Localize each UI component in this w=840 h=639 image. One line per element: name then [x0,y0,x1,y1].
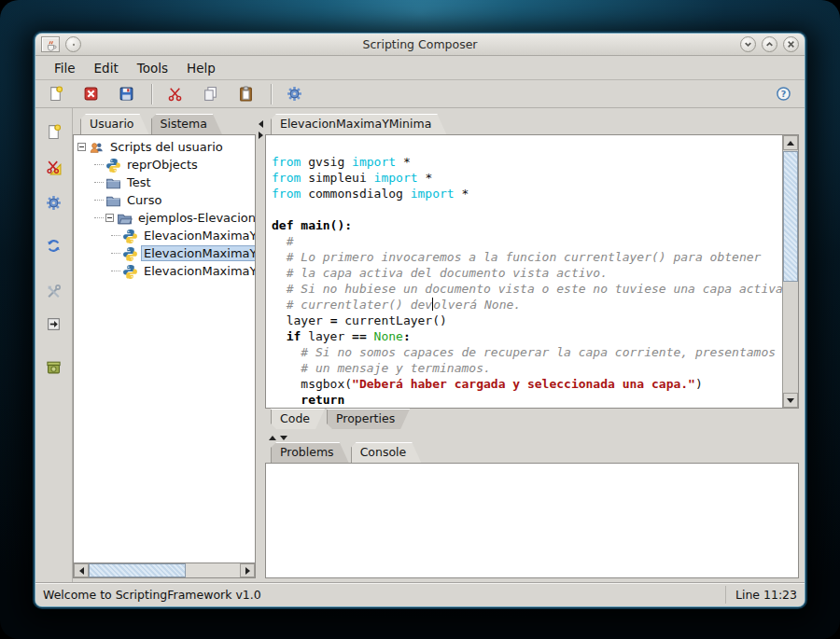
collapse-down-button[interactable] [280,436,287,440]
toolbar-close-document-button[interactable] [78,82,103,105]
tree-item[interactable]: Curso [77,191,255,209]
code-line: layer = currentLayer() [272,313,782,328]
horizontal-splitter[interactable] [265,433,799,442]
toolbar-new-file-button[interactable] [43,82,67,105]
bottom-tab-console[interactable]: Console [351,442,422,463]
console-output[interactable] [265,463,799,578]
help-icon: ? [776,86,791,102]
toolbar-help-button[interactable]: ? [771,82,795,105]
roll-up-button[interactable] [762,36,777,52]
code-line: from commonsdialog import * [272,186,782,201]
python-icon [122,264,138,279]
side-gear-button[interactable] [41,190,66,215]
menu-help[interactable]: Help [177,58,225,78]
toolbar: ? [35,80,805,108]
side-storage-bin-button[interactable] [41,354,66,379]
explorer-tab-usuario[interactable]: Usuario [80,114,149,134]
tree-item[interactable]: reprObjects [77,156,255,174]
toolbar-save-button[interactable] [114,82,138,105]
close-button[interactable] [783,36,799,52]
folder-icon [105,175,121,190]
tree-connector [94,217,104,218]
code-line: # [272,233,782,249]
cut-yellow-icon [46,160,62,175]
side-run-export-button[interactable] [41,312,66,336]
tree-connector [94,182,104,183]
tree-item-label[interactable]: ElevacionMaximaY [142,264,256,278]
toolbar-separator [271,84,273,104]
window-title: Scripting Composer [35,37,805,51]
code-line: # un mensaje y terminamos. [272,360,782,376]
code-line: # Lo primero invocaremos a la funcion cu… [272,249,782,265]
save-icon [119,86,134,102]
gear-icon [46,195,62,211]
editor-tab-code[interactable]: Code [271,409,325,429]
scroll-left-button[interactable] [74,563,89,577]
menu-file[interactable]: File [45,58,85,78]
code-line: msgbox("Deberá haber cargada y seleccion… [272,376,782,392]
tree-item[interactable]: ElevacionMaximaY [77,244,255,262]
vertical-splitter[interactable] [256,114,265,578]
scroll-right-button[interactable] [240,563,255,577]
side-new-file-button[interactable] [41,119,66,144]
editor-vertical-scrollbar[interactable] [782,135,798,408]
tree-item-label[interactable]: Test [125,175,153,189]
menu-edit[interactable]: Edit [85,58,128,78]
tree-item[interactable]: Test [77,174,255,191]
side-toolbar [35,108,73,582]
tree-item-label[interactable]: ElevacionMaximaY [142,229,256,243]
code-editor[interactable]: from gvsig import *from simpleui import … [265,134,799,409]
collapse-toggle[interactable] [105,214,114,222]
code-area[interactable]: from gvsig import *from simpleui import … [266,135,782,408]
status-message: Welcome to ScriptingFramework v1.0 [35,588,261,602]
tab-elevacionmaximayminima[interactable]: ElevacionMaximaYMinima [271,114,446,134]
side-refresh-button[interactable] [41,233,66,257]
collapse-up-button[interactable] [269,436,276,440]
folder-open-icon [117,211,133,226]
tree-item[interactable]: ElevacionMaximaY [77,262,255,280]
collapse-right-button[interactable] [259,132,263,139]
collapse-toggle[interactable] [77,143,86,151]
explorer-tab-sistema[interactable]: Sistema [151,114,222,134]
editor-tab-properties[interactable]: Properties [327,409,410,429]
tree-item-label[interactable]: ejemplos-ElevacionMa [136,211,256,225]
side-cut-yellow-button[interactable] [41,155,66,179]
titlebar: Scripting Composer [35,34,805,56]
scroll-down-button[interactable] [783,393,798,408]
tree-item-label[interactable]: ElevacionMaximaY [142,246,256,260]
tree-item-label[interactable]: Curso [125,193,163,207]
script-tree[interactable]: Scripts del usuario reprObjects Test Cur… [73,134,256,563]
code-line: from simpleui import * [272,170,782,186]
tree-item-label[interactable]: Scripts del usuario [108,140,225,154]
tree-connector [94,200,104,201]
tree-item[interactable]: ejemplos-ElevacionMa [77,209,255,227]
new-file-icon [48,86,63,102]
scroll-up-button[interactable] [783,135,798,150]
gear-icon [287,86,302,102]
code-line: # Si no hubiese un documento vista o est… [272,281,782,297]
tree-connector [111,271,120,271]
code-line: if layer == None: [272,328,782,344]
code-line: def main(): [272,217,782,233]
tree-connector [94,164,104,165]
tree-horizontal-scrollbar[interactable] [73,563,256,578]
code-line: # currentlater() devolverá None. [272,297,782,313]
roll-down-button[interactable] [740,36,756,52]
scrollbar-thumb[interactable] [783,151,798,282]
code-line: # la capa activa del documento vista act… [272,265,782,281]
scrollbar-track[interactable] [89,563,240,577]
side-tools-button[interactable] [41,279,66,303]
toolbar-paste-button[interactable] [233,82,258,105]
tree-item[interactable]: Scripts del usuario [77,138,255,156]
menu-tools[interactable]: Tools [128,58,177,78]
tree-connector [111,253,120,254]
code-line: return [272,392,782,408]
collapse-left-button[interactable] [259,120,263,128]
toolbar-cut-button[interactable] [162,82,187,105]
bottom-tab-problems[interactable]: Problems [271,442,349,463]
scrollbar-thumb[interactable] [89,563,186,577]
toolbar-copy-button[interactable] [198,82,222,105]
tree-item-label[interactable]: reprObjects [125,158,200,172]
tree-item[interactable]: ElevacionMaximaY [77,227,255,244]
toolbar-gear-button[interactable] [282,82,306,105]
